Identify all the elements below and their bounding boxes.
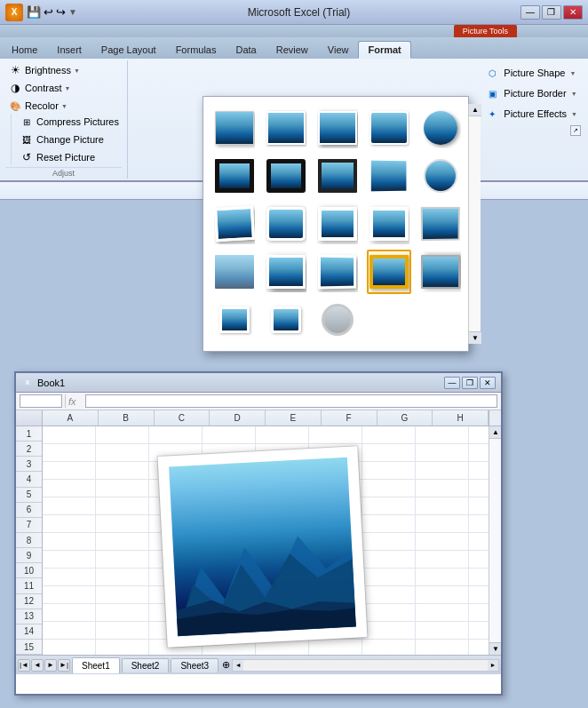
close-btn[interactable]: ✕ xyxy=(563,5,583,20)
sheet-nav-first[interactable]: |◄ xyxy=(18,659,30,672)
gallery-item-11[interactable] xyxy=(264,202,308,246)
col-header-C[interactable]: C xyxy=(155,410,211,426)
gallery-item-14[interactable] xyxy=(418,202,463,246)
hscroll-left[interactable]: ◄ xyxy=(233,660,243,671)
tab-review[interactable]: Review xyxy=(266,41,318,59)
scroll-up-arrow[interactable]: ▲ xyxy=(489,426,501,439)
gallery-item-15[interactable] xyxy=(212,250,257,294)
brightness-button[interactable]: ☀ Brightness ▼ xyxy=(5,62,83,78)
hscroll-right[interactable]: ► xyxy=(488,660,498,671)
row-header-4[interactable]: 4 xyxy=(16,472,42,487)
vertical-scrollbar[interactable]: ▲ ▼ xyxy=(489,426,501,655)
scroll-track-v xyxy=(489,439,501,642)
gallery-item-21[interactable] xyxy=(264,298,308,342)
gallery-item-4[interactable] xyxy=(418,106,463,150)
row-header-10[interactable]: 10 xyxy=(16,563,42,578)
contrast-button[interactable]: ◑ Contrast ▼ xyxy=(5,80,83,96)
mountains-svg xyxy=(171,508,356,636)
save-quick-btn[interactable]: 💾 xyxy=(27,5,41,19)
gallery-item-8[interactable] xyxy=(367,154,411,198)
tab-format[interactable]: Format xyxy=(358,41,410,59)
scroll-down-btn[interactable]: ▼ xyxy=(469,331,481,344)
col-header-E[interactable]: E xyxy=(266,410,322,426)
row-header-12[interactable]: 12 xyxy=(16,594,42,609)
gallery-item-7[interactable] xyxy=(315,154,360,198)
col-header-H[interactable]: H xyxy=(433,410,489,426)
picture-frame-container[interactable] xyxy=(158,446,368,647)
workbook-restore-btn[interactable]: ❐ xyxy=(462,377,478,389)
undo-quick-btn[interactable]: ↩ xyxy=(44,5,53,19)
qa-dropdown[interactable]: ▼ xyxy=(68,7,77,17)
sheet-nav-next[interactable]: ► xyxy=(44,659,57,672)
tab-data[interactable]: Data xyxy=(226,41,266,59)
picture-effects-button[interactable]: ✦ Picture Effects ▼ xyxy=(481,105,581,123)
recolor-button[interactable]: 🎨 Recolor ▼ xyxy=(5,98,83,114)
row-header-8[interactable]: 8 xyxy=(16,533,42,548)
sheet-tab-sheet3[interactable]: Sheet3 xyxy=(171,658,219,672)
row-header-5[interactable]: 5 xyxy=(16,488,42,503)
tab-home[interactable]: Home xyxy=(2,41,47,59)
gallery-item-9[interactable] xyxy=(418,154,463,198)
column-headers: A B C D E F G H xyxy=(16,410,501,426)
col-header-F[interactable]: F xyxy=(322,410,377,426)
col-header-A[interactable]: A xyxy=(43,410,99,426)
workbook-close-btn[interactable]: ✕ xyxy=(480,377,496,389)
horizontal-scrollbar[interactable]: ◄ ► xyxy=(232,659,499,672)
col-header-G[interactable]: G xyxy=(377,410,433,426)
gallery-item-12[interactable] xyxy=(315,202,360,246)
row-header-13[interactable]: 13 xyxy=(16,609,42,624)
sheet-nav-last[interactable]: ►| xyxy=(58,659,70,672)
row-header-6[interactable]: 6 xyxy=(16,503,42,518)
sheet-tab-sheet1[interactable]: Sheet1 xyxy=(72,657,120,673)
compress-pictures-button[interactable]: ⊞ Compress Pictures xyxy=(17,114,122,130)
tab-view[interactable]: View xyxy=(318,41,359,59)
gallery-item-3[interactable] xyxy=(367,106,411,150)
row-header-3[interactable]: 3 xyxy=(16,457,42,472)
group-collapse-btn[interactable]: ↗ xyxy=(570,125,581,136)
gallery-item-17[interactable] xyxy=(315,250,360,294)
sheet-nav-prev[interactable]: ◄ xyxy=(31,659,44,672)
minimize-btn[interactable]: — xyxy=(520,5,540,20)
tab-page-layout[interactable]: Page Layout xyxy=(91,41,166,59)
gallery-item-19[interactable] xyxy=(418,250,463,294)
picture-border-button[interactable]: ▣ Picture Border ▼ xyxy=(481,84,581,102)
gallery-item-18[interactable] xyxy=(367,250,411,294)
row-header-14[interactable]: 14 xyxy=(16,624,42,640)
col-header-B[interactable]: B xyxy=(99,410,155,426)
row-header-11[interactable]: 11 xyxy=(16,578,42,593)
picture-frame xyxy=(158,446,368,647)
picture-shape-button[interactable]: ⬡ Picture Shape ▼ xyxy=(481,64,581,82)
gallery-item-10[interactable] xyxy=(212,202,257,246)
gallery-item-16[interactable] xyxy=(264,250,308,294)
gallery-item-13[interactable] xyxy=(367,202,411,246)
gallery-item-1[interactable] xyxy=(264,106,308,150)
row-header-15[interactable]: 15 xyxy=(16,640,42,655)
reset-picture-button[interactable]: ↺ Reset Picture xyxy=(17,149,122,165)
gallery-item-22[interactable] xyxy=(315,298,360,342)
gallery-item-5[interactable] xyxy=(212,154,257,198)
row-header-9[interactable]: 9 xyxy=(16,548,42,563)
scroll-up-btn[interactable]: ▲ xyxy=(469,104,481,116)
restore-btn[interactable]: ❐ xyxy=(542,5,561,20)
insert-sheet-tab[interactable]: ⊕ xyxy=(222,659,230,671)
gallery-item-0[interactable] xyxy=(212,106,257,150)
cell-area[interactable] xyxy=(43,426,489,655)
gallery-item-2[interactable] xyxy=(315,106,360,150)
cell-reference-box[interactable] xyxy=(20,394,62,408)
gallery-item-6[interactable] xyxy=(264,154,308,198)
col-header-D[interactable]: D xyxy=(210,410,266,426)
gallery-item-20[interactable] xyxy=(212,298,257,342)
workbook-minimize-btn[interactable]: — xyxy=(444,377,460,389)
row-header-1[interactable]: 1 xyxy=(16,426,42,442)
scroll-down-arrow[interactable]: ▼ xyxy=(489,642,501,655)
formula-bar: fx xyxy=(16,393,501,410)
sheet-tab-sheet2[interactable]: Sheet2 xyxy=(122,658,170,672)
tab-formulas[interactable]: Formulas xyxy=(166,41,226,59)
redo-quick-btn[interactable]: ↪ xyxy=(56,5,66,19)
change-picture-button[interactable]: 🖼 Change Picture xyxy=(17,131,122,147)
formula-input[interactable] xyxy=(85,394,497,408)
tab-insert[interactable]: Insert xyxy=(47,41,91,59)
row-header-2[interactable]: 2 xyxy=(16,442,42,457)
spreadsheet-container: A B C D E F G H 1 2 3 4 5 6 xyxy=(16,410,501,674)
row-header-7[interactable]: 7 xyxy=(16,518,42,533)
